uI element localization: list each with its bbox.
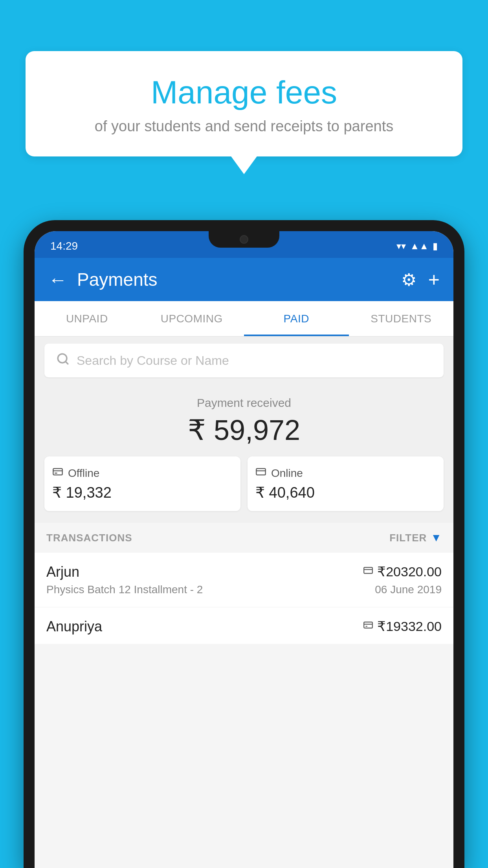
- offline-card-header: Offline: [52, 466, 233, 480]
- online-payment-card: Online ₹ 40,640: [248, 456, 444, 511]
- online-card-header: Online: [255, 466, 436, 480]
- anupriya-amount-container: ₹19332.00: [363, 618, 442, 634]
- anupriya-amount: ₹19332.00: [377, 618, 442, 634]
- tabs-bar: UNPAID UPCOMING PAID STUDENTS: [35, 301, 453, 337]
- arjun-payment-icon: [363, 565, 373, 578]
- phone-screen: 14:29 ▾▾ ▲▲ ▮ ← Payments ⚙ + UNPAID: [35, 231, 453, 868]
- payment-received-label: Payment received: [44, 396, 444, 410]
- app-bar: ← Payments ⚙ +: [35, 258, 453, 301]
- anupriya-row-top: Anupriya ₹19332.00: [46, 618, 442, 635]
- online-amount: ₹ 40,640: [255, 484, 436, 501]
- payment-cards: Offline ₹ 19,332: [44, 456, 444, 511]
- arjun-name: Arjun: [46, 564, 79, 580]
- online-label: Online: [271, 467, 303, 480]
- offline-payment-card: Offline ₹ 19,332: [44, 456, 240, 511]
- signal-icon: ▲▲: [410, 241, 429, 252]
- phone-outer: 14:29 ▾▾ ▲▲ ▮ ← Payments ⚙ + UNPAID: [24, 220, 464, 868]
- arjun-row-bottom: Physics Batch 12 Installment - 2 06 June…: [46, 583, 442, 596]
- offline-label: Offline: [68, 467, 99, 480]
- svg-rect-2: [53, 469, 62, 475]
- phone-camera: [240, 235, 248, 244]
- svg-rect-5: [256, 469, 265, 475]
- status-icons: ▾▾ ▲▲ ▮: [396, 241, 438, 252]
- tab-upcoming[interactable]: UPCOMING: [139, 301, 244, 336]
- filter-button[interactable]: FILTER ▼: [389, 531, 442, 544]
- wifi-icon: ▾▾: [396, 241, 406, 252]
- manage-fees-title: Manage fees: [45, 75, 443, 110]
- arjun-row-top: Arjun ₹20320.00: [46, 564, 442, 580]
- online-payment-icon: [255, 466, 266, 480]
- svg-rect-9: [364, 622, 372, 628]
- offline-amount: ₹ 19,332: [52, 484, 233, 501]
- manage-fees-subtitle: of your students and send receipts to pa…: [45, 118, 443, 135]
- app-bar-actions: ⚙ +: [401, 268, 440, 291]
- filter-label: FILTER: [389, 532, 427, 544]
- anupriya-payment-icon: [363, 620, 373, 633]
- tab-paid[interactable]: PAID: [244, 301, 349, 336]
- arjun-date: 06 June 2019: [375, 583, 442, 596]
- arjun-amount-container: ₹20320.00: [363, 564, 442, 579]
- tab-students[interactable]: STUDENTS: [349, 301, 454, 336]
- payment-summary: Payment received ₹ 59,972: [35, 384, 453, 523]
- offline-payment-icon: [52, 466, 63, 480]
- battery-icon: ▮: [433, 241, 438, 252]
- back-button[interactable]: ←: [48, 269, 67, 291]
- app-title: Payments: [77, 269, 401, 290]
- status-time: 14:29: [50, 240, 78, 252]
- phone-container: 14:29 ▾▾ ▲▲ ▮ ← Payments ⚙ + UNPAID: [24, 220, 464, 868]
- transaction-item-arjun[interactable]: Arjun ₹20320.00 Physics Batch 12 Install…: [35, 553, 453, 607]
- speech-bubble-container: Manage fees of your students and send re…: [26, 51, 462, 156]
- svg-line-1: [66, 362, 68, 364]
- tab-unpaid[interactable]: UNPAID: [35, 301, 139, 336]
- search-placeholder: Search by Course or Name: [77, 353, 229, 368]
- payment-total-amount: ₹ 59,972: [44, 414, 444, 447]
- filter-icon: ▼: [431, 531, 442, 544]
- transactions-header: TRANSACTIONS FILTER ▼: [35, 523, 453, 553]
- search-box[interactable]: Search by Course or Name: [44, 344, 444, 377]
- arjun-amount: ₹20320.00: [377, 564, 442, 579]
- search-container: Search by Course or Name: [35, 337, 453, 384]
- anupriya-name: Anupriya: [46, 618, 102, 635]
- speech-bubble: Manage fees of your students and send re…: [26, 51, 462, 156]
- transactions-label: TRANSACTIONS: [46, 532, 132, 544]
- gear-icon[interactable]: ⚙: [401, 270, 416, 290]
- transaction-item-anupriya[interactable]: Anupriya ₹19332.00: [35, 607, 453, 644]
- arjun-course: Physics Batch 12 Installment - 2: [46, 583, 203, 596]
- add-button[interactable]: +: [428, 268, 440, 291]
- search-icon: [56, 352, 70, 369]
- phone-notch: [209, 231, 279, 248]
- svg-rect-7: [364, 567, 372, 573]
